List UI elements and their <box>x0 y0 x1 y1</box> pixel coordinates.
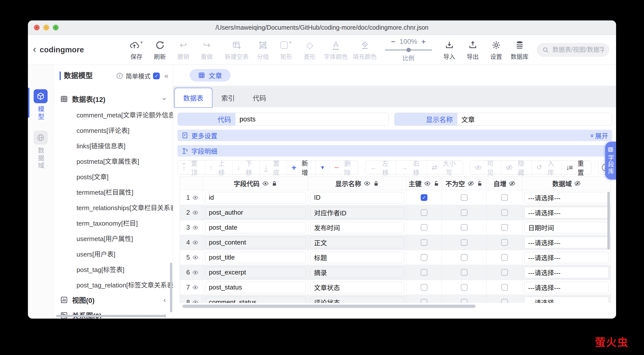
field-name-input[interactable]: 标题 <box>310 252 404 263</box>
primary-key-checkbox[interactable] <box>421 239 428 246</box>
toolbar-database-button[interactable]: 数据库 <box>509 38 530 62</box>
action-新增-button[interactable]: +新增 <box>287 161 315 174</box>
not-null-checkbox[interactable] <box>461 209 468 216</box>
eye-icon[interactable] <box>424 180 431 187</box>
lock-icon[interactable] <box>271 180 278 187</box>
domain-select[interactable]: ---请选择--- <box>524 207 608 218</box>
domain-select[interactable]: 日期时间 <box>524 222 608 233</box>
zoom-out-button[interactable]: − <box>391 38 396 46</box>
eye-icon[interactable] <box>192 254 198 260</box>
action-重置-button[interactable]: ↓≡重置 <box>561 161 591 174</box>
action-可见-button[interactable]: 可见 <box>470 161 501 174</box>
action-置顶-button[interactable]: ↑置顶 <box>178 161 205 174</box>
sidebar-table-item[interactable]: links[链接信息表] <box>54 138 173 153</box>
primary-key-checkbox[interactable] <box>421 209 428 216</box>
eye-icon[interactable] <box>364 180 370 187</box>
field-code-input[interactable]: post_content <box>205 237 306 248</box>
sidebar-table-item[interactable]: term_relationships[文章栏目关系表] <box>54 200 173 215</box>
sidebar-table-item[interactable]: termmeta[栏目属性] <box>54 184 173 200</box>
primary-key-checkbox[interactable] <box>421 284 428 291</box>
sidebar-table-item[interactable]: comments[评论表] <box>54 122 173 138</box>
not-null-checkbox[interactable] <box>461 239 468 246</box>
eye-off-icon[interactable] <box>574 180 581 187</box>
code-field-input[interactable] <box>236 113 388 126</box>
eye-off-icon[interactable] <box>509 180 516 187</box>
rail-item-model[interactable]: 模型 <box>28 89 53 121</box>
field-library-tab[interactable]: 字段库 <box>605 142 616 180</box>
domain-select[interactable]: ---请选择--- <box>524 297 608 303</box>
eye-off-icon[interactable] <box>468 180 474 187</box>
expand-button[interactable]: » 展开 <box>591 131 608 140</box>
sidebar-table-item[interactable]: postmeta[文章属性表] <box>54 153 173 168</box>
unlock-icon[interactable] <box>433 180 440 187</box>
sidebar-table-item[interactable]: comment_meta[文章评论额外信息表] <box>54 107 173 122</box>
zoom-slider[interactable] <box>385 48 432 52</box>
field-code-input[interactable]: id <box>205 192 306 204</box>
not-null-checkbox[interactable] <box>461 254 468 261</box>
action-隐藏-button[interactable]: 隐藏 <box>501 161 532 174</box>
action-左移-button[interactable]: ←左移 <box>365 161 396 174</box>
auto-increment-checkbox[interactable] <box>501 254 508 261</box>
unlock-icon[interactable] <box>476 180 483 187</box>
field-name-input[interactable]: 文章状态 <box>310 282 404 293</box>
primary-key-checkbox[interactable]: ✓ <box>421 194 428 201</box>
domain-select[interactable]: ---请选择--- <box>524 282 608 293</box>
tab-code[interactable]: 代码 <box>244 88 275 107</box>
collapse-sidebar-icon[interactable]: « <box>164 72 168 80</box>
field-name-input[interactable]: 评论状态 <box>310 297 404 303</box>
eye-icon[interactable] <box>262 180 269 187</box>
not-null-checkbox[interactable] <box>461 194 468 201</box>
action-大小写-button[interactable]: ⇄大小写 <box>427 161 463 174</box>
zoom-slider-thumb[interactable] <box>406 48 411 52</box>
rail-item-data-domain[interactable]: 数据域 <box>28 131 53 170</box>
eye-icon[interactable] <box>192 224 198 230</box>
field-code-input[interactable]: post_date <box>205 222 306 233</box>
eye-icon[interactable] <box>192 195 198 201</box>
primary-key-checkbox[interactable] <box>421 299 428 303</box>
zoom-in-button[interactable]: + <box>421 38 426 46</box>
action-上移-button[interactable]: ↑上移 <box>205 161 232 174</box>
domain-select[interactable]: ---请选择--- <box>524 237 608 248</box>
sidebar-table-item[interactable]: term_taxonomy[栏目] <box>54 215 173 230</box>
auto-increment-checkbox[interactable] <box>501 239 508 246</box>
auto-increment-checkbox[interactable] <box>501 194 508 201</box>
not-null-checkbox[interactable] <box>461 224 468 231</box>
field-code-input[interactable]: post_title <box>205 252 306 263</box>
eye-icon[interactable] <box>192 270 198 276</box>
field-code-input[interactable]: post_author <box>205 207 306 218</box>
entity-tab-posts[interactable]: 文章 <box>190 69 230 82</box>
primary-key-checkbox[interactable] <box>421 224 428 231</box>
lock-icon[interactable] <box>373 180 379 187</box>
tables-group-header[interactable]: 数据表(12) › <box>54 91 173 107</box>
action-下移-button[interactable]: ↓下移 <box>232 161 260 174</box>
action-入库-button[interactable]: ↺入库 <box>532 161 561 174</box>
not-null-checkbox[interactable] <box>461 269 468 276</box>
action-右移-button[interactable]: →右移 <box>396 161 427 174</box>
sidebar-table-item[interactable]: post_tag[标签表] <box>54 261 173 277</box>
table-vertical-scrollbar[interactable] <box>607 192 610 250</box>
action-dropdown-button[interactable]: ▼ <box>315 161 330 174</box>
search-input[interactable] <box>552 46 604 53</box>
not-null-checkbox[interactable] <box>461 284 468 291</box>
eye-icon[interactable] <box>192 210 198 216</box>
caret-down-icon[interactable]: ▼ <box>140 40 144 45</box>
tab-index[interactable]: 索引 <box>213 88 243 107</box>
field-name-input[interactable]: 正文 <box>310 237 404 248</box>
caret-down-icon[interactable]: ▼ <box>288 40 292 45</box>
more-settings-bar[interactable]: 更多设置 » 展开 <box>178 130 612 141</box>
field-code-input[interactable]: post_excerpt <box>205 267 306 278</box>
auto-increment-checkbox[interactable] <box>501 284 508 291</box>
eye-icon[interactable] <box>192 300 198 303</box>
display-name-field-input[interactable] <box>457 113 612 126</box>
auto-increment-checkbox[interactable] <box>501 209 508 216</box>
toolbar-cloud-upload-button[interactable]: ▼保存 <box>126 38 147 62</box>
eye-icon[interactable] <box>192 240 198 246</box>
minimize-window-button[interactable]: − <box>43 25 49 30</box>
back-chevron-icon[interactable]: ‹ <box>33 44 36 54</box>
primary-key-checkbox[interactable] <box>421 269 428 276</box>
toolbar-gear-button[interactable]: 设置 <box>486 38 507 62</box>
field-name-input[interactable]: 摘录 <box>310 267 404 278</box>
eye-icon[interactable] <box>192 284 198 290</box>
toolbar-import-button[interactable]: 导入 <box>439 38 460 62</box>
tab-datatable[interactable]: 数据表 <box>175 88 212 107</box>
